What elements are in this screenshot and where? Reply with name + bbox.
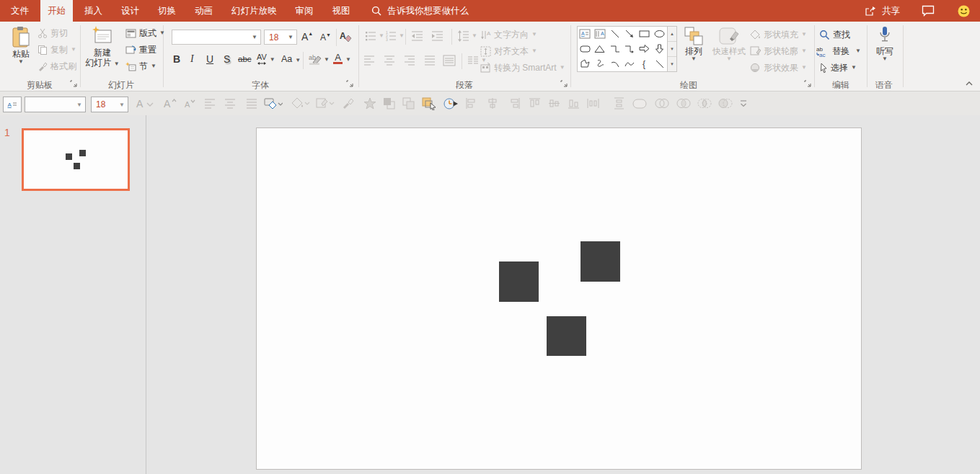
find-button[interactable]: 查找 xyxy=(819,27,850,42)
animation-timing-button[interactable] xyxy=(443,97,459,110)
drawing-dialog-launcher-icon[interactable] xyxy=(804,80,811,87)
shape-down-arrow-icon[interactable] xyxy=(652,42,667,57)
gallery-up-icon[interactable]: ▲ xyxy=(668,27,676,42)
align-objects-bottom-button[interactable] xyxy=(568,97,580,109)
shape-right-arrow-icon[interactable] xyxy=(637,42,653,57)
line-spacing-button[interactable]: ▼ xyxy=(457,30,477,42)
send-backward-button[interactable] xyxy=(402,97,415,109)
reset-button[interactable]: 重置 xyxy=(125,43,156,57)
clear-formatting-button[interactable]: A xyxy=(339,30,352,43)
bullets-button[interactable]: ▼ xyxy=(365,30,384,42)
quick-decrease-font-button[interactable]: A xyxy=(184,97,197,109)
quick-align-center-button[interactable] xyxy=(224,97,236,109)
shape-arrow-icon[interactable] xyxy=(622,27,637,42)
arrange-button[interactable]: 排列 ▼ xyxy=(679,26,708,62)
merge-subtract-button[interactable] xyxy=(718,97,733,109)
shape-arc-icon[interactable] xyxy=(607,56,622,71)
increase-indent-button[interactable] xyxy=(431,30,443,42)
select-button[interactable]: 选择 ▼ xyxy=(819,61,857,75)
shape-elbow-connector-icon[interactable] xyxy=(607,42,622,57)
paste-button[interactable]: 粘贴 ▼ xyxy=(6,26,36,65)
share-button[interactable]: 共享 xyxy=(865,5,900,17)
menu-tab-9[interactable]: 视图 xyxy=(325,0,358,22)
slide-shape-2[interactable] xyxy=(581,241,620,282)
cut-button[interactable]: 剪切 xyxy=(37,26,68,40)
feedback-smiley-icon[interactable] xyxy=(958,5,970,17)
change-case-button[interactable]: Aa▼ xyxy=(281,54,301,64)
shape-left-brace-icon[interactable]: { xyxy=(637,56,653,71)
textbox-tool-button[interactable]: A xyxy=(3,97,22,112)
shape-rectangle-icon[interactable] xyxy=(637,27,653,42)
align-right-button[interactable] xyxy=(404,55,415,66)
shape-outline-button[interactable]: 形状轮廓 ▼ xyxy=(750,44,807,58)
bold-button[interactable]: B xyxy=(173,53,180,65)
quick-font-color-button[interactable]: A xyxy=(136,97,154,109)
align-objects-left-button[interactable] xyxy=(465,97,477,109)
section-button[interactable]: 节 ▼ xyxy=(125,59,156,73)
font-name-combobox[interactable]: ▼ xyxy=(172,30,261,45)
quick-format-painter-button[interactable] xyxy=(342,97,355,109)
tell-me-search[interactable]: 告诉我你想要做什么 xyxy=(371,5,469,17)
copy-button[interactable]: 复制 ▼ xyxy=(37,43,76,57)
format-painter-button[interactable]: 格式刷 xyxy=(37,59,76,73)
menu-tab-5[interactable]: 切换 xyxy=(151,0,183,22)
highlight-color-button[interactable]: ab ▼ xyxy=(309,53,330,65)
decrease-indent-button[interactable] xyxy=(411,30,423,42)
font-color-button[interactable]: A ▼ xyxy=(333,53,351,64)
underline-button[interactable]: U xyxy=(206,53,213,65)
text-direction-button[interactable]: A 文字方向 ▼ xyxy=(480,27,537,42)
shape-curve-icon[interactable] xyxy=(622,56,637,71)
align-objects-right-button[interactable] xyxy=(509,97,521,109)
shape-vertical-textbox-icon[interactable]: A xyxy=(593,27,608,42)
decrease-font-size-button[interactable]: A▼ xyxy=(320,32,331,43)
shape-line-2-icon[interactable] xyxy=(652,56,667,71)
shape-triangle-icon[interactable] xyxy=(593,42,608,57)
quick-outline-button[interactable] xyxy=(316,97,335,109)
justify-button[interactable] xyxy=(424,55,436,66)
shape-rounded-rectangle-icon[interactable] xyxy=(578,42,593,57)
distribute-text-button[interactable] xyxy=(443,55,456,66)
align-text-button[interactable]: 对齐文本 ▼ xyxy=(480,44,537,58)
quick-font-size-combobox[interactable]: 18▼ xyxy=(91,97,128,112)
increase-font-size-button[interactable]: A▲ xyxy=(301,31,313,43)
toolbar-overflow-button[interactable] xyxy=(739,99,748,108)
paragraph-dialog-launcher-icon[interactable] xyxy=(560,80,568,87)
shape-textbox-icon[interactable]: A xyxy=(578,27,593,42)
slide-shape-3[interactable] xyxy=(547,316,586,356)
shape-gallery-scrollbar[interactable]: ▲▼▼ xyxy=(668,26,677,72)
slide-thumbnail[interactable] xyxy=(22,128,130,191)
panel-divider[interactable] xyxy=(146,115,146,474)
merge-union-button[interactable] xyxy=(632,97,648,109)
dictate-button[interactable]: 听写 ▼ xyxy=(870,26,900,62)
quick-shapes-button[interactable] xyxy=(264,97,283,110)
menu-tab-6[interactable]: 动画 xyxy=(187,0,220,22)
slide-canvas[interactable] xyxy=(256,128,862,470)
merge-combine-button[interactable] xyxy=(654,97,670,109)
align-left-button[interactable] xyxy=(363,55,375,66)
shape-effects-button[interactable]: 形状效果 ▼ xyxy=(750,61,807,75)
collapse-ribbon-icon[interactable] xyxy=(965,79,974,88)
merge-fragment-button[interactable] xyxy=(676,97,692,109)
quick-font-name-combobox[interactable]: ▼ xyxy=(25,97,86,112)
strikethrough-button[interactable]: abc xyxy=(238,55,252,63)
shape-oval-icon[interactable] xyxy=(652,27,667,42)
quick-align-left-button[interactable] xyxy=(204,97,216,109)
convert-to-smartart-button[interactable]: 转换为 SmartArt ▼ xyxy=(480,61,565,75)
menu-tab-3[interactable]: 插入 xyxy=(77,0,110,22)
quick-fill-button[interactable] xyxy=(291,97,310,109)
gallery-more-icon[interactable]: ▼ xyxy=(668,57,676,71)
selection-pane-button[interactable] xyxy=(422,97,436,110)
shape-freeform-icon[interactable] xyxy=(578,56,593,71)
align-objects-center-button[interactable] xyxy=(487,97,498,109)
font-size-combobox[interactable]: 18▼ xyxy=(264,30,297,45)
replace-button[interactable]: abac 替换 ▼ xyxy=(816,44,861,58)
menu-tab-2[interactable]: 开始 xyxy=(40,0,73,22)
quick-styles-button[interactable]: 快速样式 ▼ xyxy=(710,26,748,62)
gallery-down-icon[interactable]: ▼ xyxy=(668,42,676,57)
shape-elbow-arrow-connector-icon[interactable] xyxy=(622,42,637,57)
bring-forward-button[interactable] xyxy=(383,97,395,109)
layout-button[interactable]: 版式 ▼ xyxy=(125,26,165,40)
new-slide-button[interactable]: 新建 幻灯片 ▼ xyxy=(84,26,121,68)
comments-icon[interactable] xyxy=(922,5,935,17)
align-objects-top-button[interactable] xyxy=(529,97,541,109)
